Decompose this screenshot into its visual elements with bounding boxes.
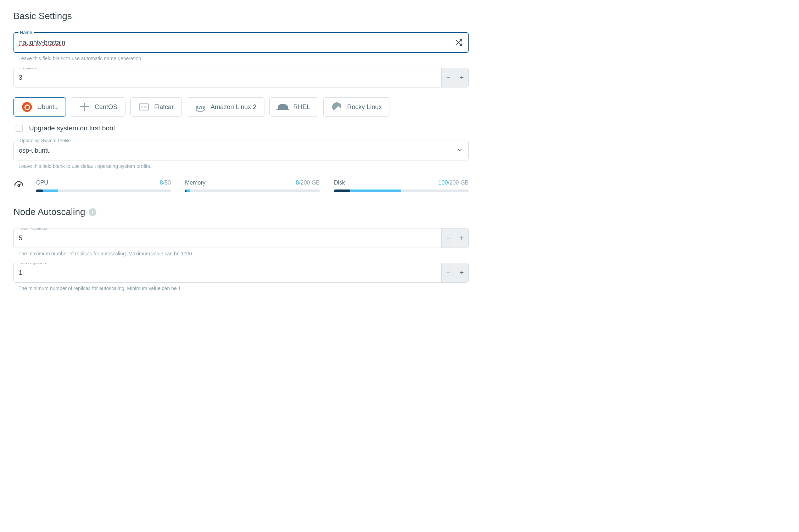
disk-total: /200 GB	[448, 180, 469, 186]
disk-gauge: Disk 100/200 GB	[334, 180, 469, 192]
cpu-total: /50	[163, 180, 171, 186]
os-profile-value: osp-ubuntu	[19, 147, 456, 154]
name-field[interactable]: Name naughty-brattain	[13, 32, 469, 53]
os-label: RHEL	[293, 103, 310, 111]
rhel-icon	[278, 102, 288, 112]
ubuntu-icon	[22, 102, 32, 112]
svg-line-2	[456, 40, 458, 42]
os-label: CentOS	[95, 103, 117, 111]
name-helper: Leave this field blank to use automatic …	[18, 56, 469, 61]
os-profile-select[interactable]: Operating System Profile osp-ubuntu	[13, 141, 469, 160]
shuffle-icon[interactable]	[452, 36, 465, 49]
cpu-label: CPU	[36, 180, 48, 186]
info-icon[interactable]: i	[89, 208, 96, 216]
svg-line-3	[19, 184, 21, 186]
rocky-icon	[331, 102, 342, 112]
section-title-basic: Basic Settings	[13, 11, 469, 22]
os-label: Ubuntu	[37, 103, 58, 111]
max-replicas-helper: The maximum number of replicas for autos…	[18, 251, 469, 256]
os-selector: Ubuntu CentOS FLAT Flatcar aws Amazon Li…	[13, 97, 469, 117]
os-label: Flatcar	[154, 103, 174, 111]
disk-label: Disk	[334, 180, 345, 186]
upgrade-checkbox[interactable]	[16, 125, 23, 132]
replicas-label: Replicas *	[18, 68, 42, 70]
cpu-gauge: CPU 8/50	[36, 180, 171, 192]
max-replicas-field[interactable]: Max Replicas − +	[13, 228, 469, 248]
os-profile-label: Operating System Profile	[18, 138, 72, 143]
os-profile-helper: Leave this field blank to use default op…	[18, 163, 469, 169]
min-replicas-increment-button[interactable]: +	[455, 263, 468, 282]
max-replicas-input[interactable]	[19, 234, 436, 242]
upgrade-checkbox-row[interactable]: Upgrade system on first boot	[16, 124, 469, 132]
gauge-icon	[13, 180, 24, 192]
min-replicas-input[interactable]	[19, 269, 436, 277]
os-option-rhel[interactable]: RHEL	[269, 97, 318, 117]
os-option-flatcar[interactable]: FLAT Flatcar	[130, 97, 182, 117]
memory-gauge: Memory 8/200 GB	[185, 180, 320, 192]
min-replicas-helper: The minimum number of replicas for autos…	[18, 285, 469, 291]
resource-gauges: CPU 8/50 Memory 8/200 GB Disk 100/200 GB	[13, 180, 469, 192]
os-option-centos[interactable]: CentOS	[71, 97, 125, 117]
replicas-decrement-button[interactable]: −	[441, 68, 455, 87]
max-replicas-increment-button[interactable]: +	[455, 228, 468, 248]
section-title-autoscaling: Node Autoscaling i	[13, 206, 469, 217]
disk-used: 100	[438, 180, 448, 186]
os-label: Rocky Linux	[347, 103, 382, 111]
os-option-amazon-linux[interactable]: aws Amazon Linux 2	[187, 97, 264, 117]
replicas-increment-button[interactable]: +	[455, 68, 468, 87]
upgrade-label: Upgrade system on first boot	[29, 124, 115, 132]
cpu-used: 8	[160, 180, 163, 186]
memory-used: 8	[296, 180, 299, 186]
min-replicas-decrement-button[interactable]: −	[441, 263, 455, 282]
max-replicas-label: Max Replicas	[18, 228, 49, 231]
chevron-down-icon	[456, 146, 463, 155]
name-input[interactable]: naughty-brattain	[19, 39, 452, 46]
max-replicas-decrement-button[interactable]: −	[441, 228, 455, 248]
centos-icon	[79, 102, 90, 112]
memory-label: Memory	[185, 180, 206, 186]
min-replicas-label: Min Replicas	[18, 263, 47, 265]
name-label: Name	[18, 30, 34, 35]
replicas-input[interactable]	[19, 74, 436, 81]
min-replicas-field[interactable]: Min Replicas − +	[13, 263, 469, 283]
flatcar-icon: FLAT	[139, 102, 149, 112]
aws-icon: aws	[195, 102, 206, 112]
memory-total: /200 GB	[299, 180, 320, 186]
replicas-field[interactable]: Replicas * − +	[13, 68, 469, 87]
os-option-ubuntu[interactable]: Ubuntu	[13, 97, 66, 117]
os-option-rocky[interactable]: Rocky Linux	[323, 97, 390, 117]
os-label: Amazon Linux 2	[211, 103, 256, 111]
